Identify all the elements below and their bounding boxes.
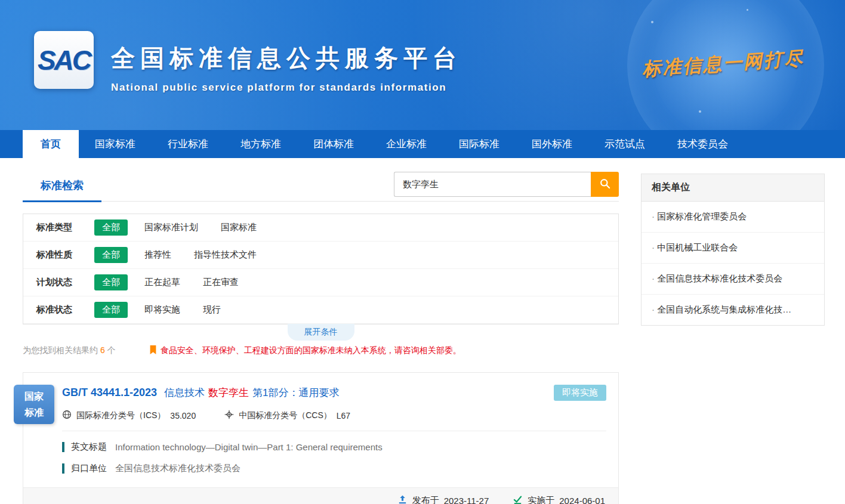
filter-label: 标准状态 [36, 304, 94, 316]
main-nav: 首页 国家标准 行业标准 地方标准 团体标准 企业标准 国际标准 国外标准 示范… [0, 130, 845, 158]
filter-label: 标准性质 [36, 249, 94, 261]
standard-title-link[interactable]: 信息技术数字孪生第1部分：通用要求 [164, 386, 339, 400]
dept-value: 全国信息技术标准化技术委员会 [115, 463, 240, 474]
sidebar-item-automation-committee[interactable]: 全国自动化系统与集成标准化技… [642, 295, 824, 325]
ccs-label: 中国标准分类号（CCS） [239, 410, 332, 421]
implement-date: 2024-06-01 [559, 496, 605, 504]
title-part1: 信息技术 [164, 387, 205, 398]
result-count: 6 [100, 345, 105, 355]
filter-all-button[interactable]: 全部 [94, 247, 128, 263]
standard-type-badge: 国家标准 [14, 385, 54, 424]
sidebar-item-machinery-federation[interactable]: 中国机械工业联合会 [642, 233, 824, 264]
nav-item-foreign-standards[interactable]: 国外标准 [516, 130, 588, 158]
globe-dot [651, 21, 653, 23]
publish-date-item: 发布于 2023-11-27 [397, 494, 489, 504]
globe-icon [62, 410, 72, 421]
bookmark-icon [149, 345, 157, 357]
search-tab-row: 标准检索 [23, 171, 619, 202]
nav-item-enterprise-standards[interactable]: 企业标准 [370, 130, 443, 158]
result-meta-row: 国际标准分类号（ICS） 35.020 中国标准分类号（CCS） L67 [62, 410, 606, 421]
nav-item-home[interactable]: 首页 [23, 130, 79, 158]
implement-label: 实施于 [528, 495, 554, 504]
status-badge: 即将实施 [554, 385, 606, 401]
filter-option[interactable]: 国家标准 [221, 222, 257, 233]
tab-standard-search[interactable]: 标准检索 [23, 171, 101, 202]
expand-conditions-button[interactable]: 展开条件 [288, 324, 354, 341]
nav-item-technical-committee[interactable]: 技术委员会 [661, 130, 744, 158]
related-units-panel: 相关单位 国家标准化管理委员会 中国机械工业联合会 全国信息技术标准化技术委员会… [641, 174, 825, 326]
ics-label: 国际标准分类号（ICS） [76, 410, 165, 421]
search-button[interactable] [591, 172, 619, 197]
main-content: 标准检索 标准类型 全部 国家标准计划 国家标准 标准性质 全部 推荐性 [0, 158, 845, 504]
search-icon [599, 178, 611, 191]
main-nav-inner: 首页 国家标准 行业标准 地方标准 团体标准 企业标准 国际标准 国外标准 示范… [0, 130, 845, 158]
sac-logo[interactable]: SAC [34, 31, 94, 89]
nav-item-pilot[interactable]: 示范试点 [588, 130, 661, 158]
filter-option[interactable]: 正在起草 [144, 277, 180, 288]
standard-code-link[interactable]: GB/T 43441.1-2023 [62, 386, 157, 399]
english-title-field: 英文标题 Information technology—Digital twin… [62, 441, 606, 453]
publish-date: 2023-11-27 [444, 496, 489, 504]
compass-icon [224, 410, 234, 421]
ccs-value: L67 [337, 411, 350, 420]
implement-date-item: 实施于 2024-06-01 [513, 494, 605, 504]
system-notice: 食品安全、环境保护、工程建设方面的国家标准未纳入本系统，请咨询相关部委。 [149, 345, 461, 357]
publish-label: 发布于 [412, 495, 439, 504]
filter-option[interactable]: 指导性技术文件 [194, 249, 257, 261]
filter-label: 标准类型 [36, 222, 94, 233]
filter-row-standard-nature: 标准性质 全部 推荐性 指导性技术文件 [23, 242, 618, 269]
filter-option[interactable]: 国家标准计划 [144, 222, 198, 233]
notice-text: 食品安全、环境保护、工程建设方面的国家标准未纳入本系统，请咨询相关部委。 [161, 345, 461, 356]
ics-value: 35.020 [170, 411, 196, 420]
nav-item-local-standards[interactable]: 地方标准 [224, 130, 297, 158]
publish-icon [397, 494, 408, 504]
site-title-block: 全国标准信息公共服务平台 National public service pla… [111, 42, 462, 94]
globe-dot [747, 9, 748, 11]
summary-suffix: 个 [107, 345, 116, 355]
nav-item-group-standards[interactable]: 团体标准 [297, 130, 370, 158]
nav-item-international-standards[interactable]: 国际标准 [443, 130, 516, 158]
ics-meta: 国际标准分类号（ICS） 35.020 [62, 410, 196, 421]
globe-dot [699, 110, 701, 113]
ccs-meta: 中国标准分类号（CCS） L67 [224, 410, 350, 421]
filter-option[interactable]: 推荐性 [144, 249, 171, 261]
title-part2: 第1部分：通用要求 [252, 387, 339, 398]
related-units-title: 相关单位 [642, 174, 824, 202]
filter-all-button[interactable]: 全部 [94, 219, 128, 236]
filter-all-button[interactable]: 全部 [94, 274, 128, 290]
filter-row-standard-type: 标准类型 全部 国家标准计划 国家标准 [23, 214, 618, 242]
sidebar-item-sac[interactable]: 国家标准化管理委员会 [642, 202, 824, 233]
result-card: 国家标准 GB/T 43441.1-2023 信息技术数字孪生第1部分：通用要求… [23, 372, 619, 504]
result-card-footer: 发布于 2023-11-27 实施于 2024-06-01 [23, 487, 618, 504]
summary-prefix: 为您找到相关结果约 [23, 345, 98, 355]
english-title-value: Information technology—Digital twin—Part… [115, 442, 383, 452]
search-box [394, 172, 619, 197]
result-summary: 为您找到相关结果约6个 [23, 345, 116, 356]
result-summary-row: 为您找到相关结果约6个 食品安全、环境保护、工程建设方面的国家标准未纳入本系统，… [23, 345, 619, 357]
field-accent-bar [62, 463, 64, 474]
standard-type-badge-text: 国家标准 [24, 388, 44, 420]
title-highlight: 数字孪生 [208, 387, 249, 398]
filter-option[interactable]: 现行 [203, 304, 221, 316]
site-title-en: National public service platform for sta… [111, 82, 462, 94]
sac-logo-text: SAC [38, 44, 90, 76]
filter-all-button[interactable]: 全部 [94, 302, 128, 318]
dept-label: 归口单位 [71, 463, 107, 474]
filter-label: 计划状态 [36, 277, 94, 288]
result-card-body: GB/T 43441.1-2023 信息技术数字孪生第1部分：通用要求 即将实施… [23, 373, 618, 474]
right-column: 相关单位 国家标准化管理委员会 中国机械工业联合会 全国信息技术标准化技术委员会… [641, 174, 825, 326]
filter-option[interactable]: 即将实施 [144, 304, 180, 316]
search-input[interactable] [394, 172, 591, 197]
dept-field: 归口单位 全国信息技术标准化技术委员会 [62, 463, 606, 474]
nav-item-national-standards[interactable]: 国家标准 [79, 130, 152, 158]
check-icon [513, 494, 523, 504]
nav-item-industry-standards[interactable]: 行业标准 [152, 130, 224, 158]
field-accent-bar [62, 442, 64, 452]
filter-row-standard-status: 标准状态 全部 即将实施 现行 [23, 296, 618, 324]
sidebar-item-it-standards-committee[interactable]: 全国信息技术标准化技术委员会 [642, 264, 824, 295]
filter-option[interactable]: 正在审查 [203, 277, 239, 288]
english-title-label: 英文标题 [71, 441, 107, 453]
result-title-row: GB/T 43441.1-2023 信息技术数字孪生第1部分：通用要求 即将实施 [62, 385, 606, 401]
card-divider [62, 431, 606, 431]
left-column: 标准检索 标准类型 全部 国家标准计划 国家标准 标准性质 全部 推荐性 [23, 171, 619, 504]
